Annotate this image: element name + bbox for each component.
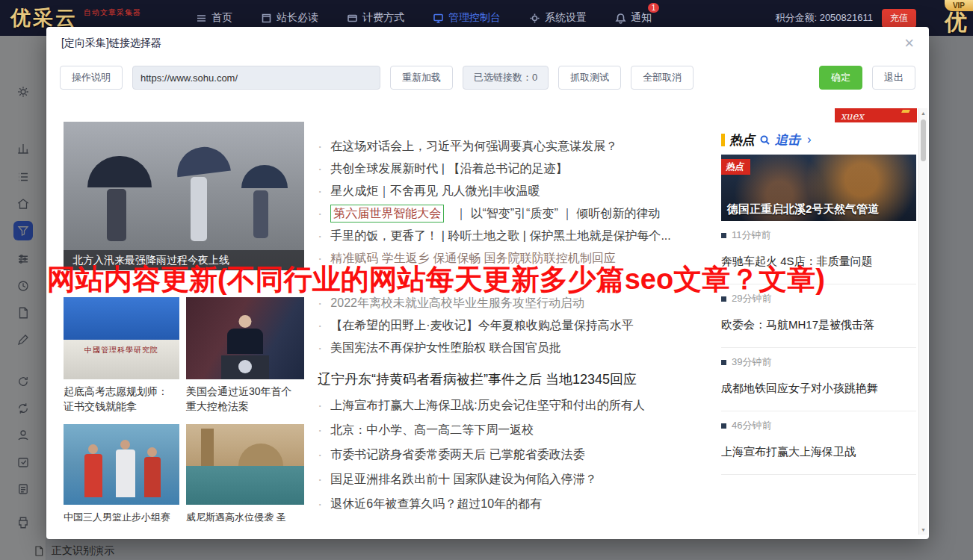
- hot-item-link[interactable]: 欧委会：马航MH17是被俄击落: [721, 318, 916, 332]
- hot-item-link[interactable]: 成都地铁回应女子对小孩跳艳舞: [721, 382, 916, 396]
- news-caption[interactable]: 威尼斯遇高水位侵袭 圣: [186, 510, 304, 525]
- person-shape: [144, 457, 161, 497]
- bullet-icon: ·: [318, 491, 322, 516]
- hot-badge: 热点: [721, 159, 750, 175]
- news-link[interactable]: ·星火成炬｜不舍再见 凡人微光|丰收温暖: [318, 180, 721, 202]
- nav-label: 管理控制台: [448, 11, 501, 25]
- news-link[interactable]: ·手里的饭，更香了！ | 聆听土地之歌 | 保护黑土地就是保护每个...: [318, 225, 721, 247]
- news-link[interactable]: ·市委书记跻身省委常委两天后 已掌舵省委政法委: [318, 442, 721, 467]
- news-link[interactable]: ·共创全球发展新时代 | 【沿着总书记的足迹】: [318, 158, 721, 180]
- news-image-venice[interactable]: [186, 424, 304, 505]
- umbrella-shape: [174, 144, 231, 178]
- news-link[interactable]: ·国足亚洲排名跌出前十 国家队建设为何陷入停滞？: [318, 467, 721, 491]
- selected-links-count: 已选链接数：0: [463, 66, 549, 90]
- hot-topics-panel: 热点 追击 › 热点 德国正重启北溪2号天然气管道 11分钟前 奔驰车起火 4S…: [721, 131, 916, 475]
- news-image-basketball[interactable]: [64, 424, 179, 505]
- news-link[interactable]: ·美国宪法不再保护女性堕胎权 联合国官员批: [318, 337, 721, 359]
- square-bullet-icon: [721, 360, 726, 365]
- news-link[interactable]: ·退休近6年被查算久吗？超过10年的都有: [318, 491, 721, 516]
- url-input[interactable]: [132, 66, 380, 90]
- person-shape: [147, 447, 157, 457]
- bell-icon: [615, 13, 626, 24]
- scroll-up-icon[interactable]: ▲: [919, 111, 927, 116]
- hot-feature-image[interactable]: 热点 德国正重启北溪2号天然气管道: [721, 155, 916, 221]
- nav-item-notifications[interactable]: 通知 1: [615, 11, 652, 25]
- menu-icon: [196, 13, 207, 24]
- hot-feature-title: 德国正重启北溪2号天然气管道: [727, 202, 879, 217]
- person-shape: [120, 440, 130, 449]
- recharge-button[interactable]: 充值: [882, 9, 916, 28]
- image-label: 中國管理科學研究院: [64, 345, 179, 355]
- news-link[interactable]: ·在这场对话会上，习近平为何强调要真心实意谋发展？: [318, 135, 721, 158]
- bullet-icon: ·: [318, 158, 322, 180]
- person-shape: [227, 329, 263, 354]
- dialog-toolbar: 操作说明 重新加载 已选链接数：0 抓取测试 全部取消 确定 退出: [46, 60, 929, 90]
- news-image-academy[interactable]: 中國管理科學研究院: [64, 297, 179, 379]
- scroll-down-icon[interactable]: ▼: [919, 527, 927, 532]
- dialog-title: [定向采集]链接选择器: [61, 37, 161, 50]
- news-image-speech[interactable]: [186, 297, 304, 379]
- news-caption[interactable]: 美国会通过近30年首个重大控枪法案: [186, 384, 300, 414]
- reload-button[interactable]: 重新加载: [390, 66, 453, 90]
- hot-item-time: 46分钟前: [721, 419, 916, 432]
- help-button[interactable]: 操作说明: [60, 66, 123, 90]
- news-link[interactable]: ·北京：中小学、高一高二等下周一返校: [318, 417, 721, 442]
- annotation-overlay-text: 网站内容更新(不同行业的网站每天更新多少篇seo文章？文章): [47, 261, 825, 299]
- page-scrollbar[interactable]: ▲ ▼: [918, 108, 927, 535]
- scrollbar-thumb[interactable]: [921, 119, 926, 161]
- nav-item-billing[interactable]: 计费方式: [347, 11, 404, 25]
- grab-test-button[interactable]: 抓取测试: [558, 66, 621, 90]
- hot-topics-header[interactable]: 热点 追击 ›: [721, 131, 916, 149]
- cancel-all-button[interactable]: 全部取消: [631, 66, 694, 90]
- close-icon[interactable]: ×: [904, 35, 914, 52]
- nav-label: 通知: [631, 11, 652, 25]
- person-shape: [239, 315, 252, 328]
- umbrella-shape: [87, 156, 152, 187]
- umbrella-shape: [241, 165, 288, 188]
- hot-list-item: 39分钟前 成都地铁回应女子对小孩跳艳舞: [721, 348, 916, 411]
- bullet-icon: ·: [318, 442, 322, 467]
- corner-logo: 优: [945, 7, 967, 38]
- confirm-button[interactable]: 确定: [819, 66, 862, 90]
- news-caption[interactable]: 中国三人男篮止步小组赛: [64, 510, 180, 525]
- person-shape: [116, 449, 135, 497]
- bullet-icon: ·: [318, 393, 322, 417]
- nav-item-settings[interactable]: 系统设置: [529, 11, 587, 25]
- news-caption[interactable]: 起底高考志愿规划师：证书交钱就能拿: [64, 384, 178, 414]
- chase-label: 追击: [775, 131, 800, 149]
- exit-button[interactable]: 退出: [872, 66, 915, 90]
- nav-item-must-read[interactable]: 站长必读: [261, 11, 318, 25]
- news-link[interactable]: 辽宁丹东“持黄码者看病被拦”事件之后 当地12345回应: [318, 366, 721, 393]
- person-shape: [191, 177, 207, 241]
- hero-image[interactable]: 北方入汛来最强降雨过程今夜上线: [64, 122, 304, 270]
- banner-spark-shape: [901, 110, 910, 113]
- headline-list: ·在这场对话会上，习近平为何强调要真心实意谋发展？ ·共创全球发展新时代 | 【…: [318, 135, 721, 516]
- news-link[interactable]: ·【在希望的田野上·麦收记】今年夏粮收购总量保持高水平: [318, 314, 721, 337]
- credits-amount: 积分金额: 2050821611: [775, 11, 873, 25]
- embedded-webpage: xuex 北方入汛来最强降雨过程今夜上线 中國管理科學研究院 起底高考志愿规划师…: [60, 108, 927, 535]
- nav-item-console[interactable]: 管理控制台: [433, 11, 501, 25]
- hot-item-time: 11分钟前: [721, 228, 916, 242]
- promo-banner[interactable]: xuex: [835, 108, 917, 122]
- news-link-selected[interactable]: ·第六届世界智能大会｜ 以“智变”引“质变” ｜ 倾听创新的律动: [318, 202, 721, 225]
- tower-shape: [201, 429, 214, 466]
- hot-item-link[interactable]: 上海宣布打赢大上海保卫战: [721, 445, 916, 459]
- bullet-icon: ·: [318, 314, 322, 337]
- main-navigation: 首页 站长必读 计费方式 管理控制台 系统设置 通知 1: [196, 11, 652, 25]
- selected-link-highlight[interactable]: 第六届世界智能大会: [330, 205, 444, 223]
- book-icon: [261, 13, 272, 24]
- bullet-icon: ·: [318, 417, 322, 442]
- square-bullet-icon: [721, 233, 726, 238]
- news-link[interactable]: ·上海宣布打赢大上海保卫战:历史会记住坚守和付出的所有人: [318, 393, 721, 417]
- dome-shape: [238, 444, 283, 466]
- bullet-icon: ·: [318, 467, 322, 491]
- bullet-icon: ·: [318, 180, 322, 202]
- nav-label: 计费方式: [362, 11, 404, 25]
- notification-badge: 1: [648, 3, 659, 13]
- nav-item-home[interactable]: 首页: [196, 11, 232, 25]
- hot-item-time: 39分钟前: [721, 355, 916, 369]
- billing-icon: [347, 13, 358, 24]
- person-shape: [88, 444, 98, 454]
- dialog-header: [定向采集]链接选择器 ×: [46, 27, 929, 60]
- accent-bar: [721, 134, 725, 146]
